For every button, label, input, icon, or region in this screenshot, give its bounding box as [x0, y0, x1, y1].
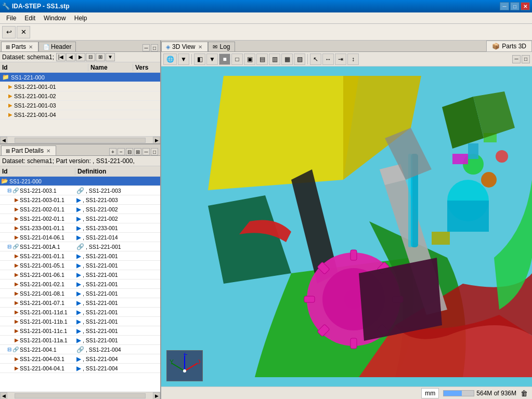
- vt-zoom-btn[interactable]: ⇥: [335, 54, 346, 65]
- svg-rect-12: [304, 296, 315, 302]
- parts3d-button[interactable]: 📦 Parts 3D: [486, 41, 532, 52]
- vt-shade4-btn[interactable]: ▤: [256, 54, 268, 65]
- details-filter-btn[interactable]: ⊟: [126, 148, 133, 155]
- scroll-left-btn[interactable]: ◀: [0, 392, 7, 400]
- detail-row[interactable]: ▶ SS1-221-001-11a.1 ▶ , SS1-221-001: [0, 336, 160, 345]
- menu-window[interactable]: Window: [40, 14, 70, 23]
- details-maximize-btn[interactable]: □: [151, 148, 158, 155]
- vt-shade7-btn[interactable]: ▧: [294, 54, 305, 65]
- detail-row[interactable]: ⊟ 🔗 SS1-221-004.1 🔗 , SS1-221-004: [0, 345, 160, 354]
- detail-row-id: ▶ SS1-221-001-11b.1: [0, 318, 75, 325]
- vt-shade1-btn[interactable]: ■: [219, 54, 230, 65]
- svg-rect-10: [351, 250, 357, 260]
- vt-shade2-btn[interactable]: □: [231, 54, 243, 65]
- scroll-left-btn[interactable]: ◀: [0, 137, 7, 144]
- memory-status: 564M of 936M: [443, 390, 516, 397]
- detail-row[interactable]: ▶ SS1-221-001-02.1 ▶ , SS1-221-001: [0, 280, 160, 289]
- parts-minimize-btn[interactable]: ─: [142, 44, 150, 51]
- detail-row[interactable]: ▶ SS1-221-001-11d.1 ▶ , SS1-221-001: [0, 308, 160, 317]
- tab-parts[interactable]: ⊞ Parts ✕: [1, 42, 38, 51]
- scroll-right-btn[interactable]: ▶: [153, 392, 160, 400]
- parts-row[interactable]: 📁 SS1-221-000: [0, 73, 160, 82]
- 3d-scene-svg: [161, 66, 532, 387]
- detail-row[interactable]: ▶ SS1-221-001-07.1 ▶ , SS1-221-001: [0, 298, 160, 308]
- nav-sort[interactable]: ⊞: [96, 53, 105, 61]
- parts-tab-close[interactable]: ✕: [28, 44, 34, 50]
- expand-icon: ⊟: [7, 244, 11, 249]
- detail-row[interactable]: ▶ SS1-221-001-05.1 ▶ , SS1-221-001: [0, 261, 160, 270]
- menu-file[interactable]: File: [2, 14, 20, 23]
- tab-3d-view[interactable]: ◈ 3D View ✕: [161, 42, 208, 51]
- vt-pan-btn[interactable]: ↕: [347, 54, 359, 65]
- detail-row[interactable]: ▶ SS1-221-002-01.1 ▶ , SS1-221-002: [0, 214, 160, 223]
- maximize-button[interactable]: □: [510, 2, 520, 10]
- detail-row[interactable]: ⊟ 🔗 SS1-221-001A.1 🔗 , SS1-221-001: [0, 242, 160, 251]
- details-scroll-x: ◀ ▶: [0, 392, 160, 399]
- nav-play[interactable]: ▶: [76, 53, 85, 61]
- 3d-view-tab-close[interactable]: ✕: [197, 44, 203, 50]
- details-remove-btn[interactable]: −: [118, 148, 125, 155]
- detail-row[interactable]: ▶ SS1-221-001-06.1 ▶ , SS1-221-001: [0, 270, 160, 280]
- vt-dropdown-btn[interactable]: ▼: [178, 54, 189, 65]
- detail-row[interactable]: ⊟ 🔗 SS1-221-003.1 🔗 , SS1-221-003: [0, 186, 160, 195]
- detail-row[interactable]: ▶ SS1-221-001-08.1 ▶ , SS1-221-001: [0, 289, 160, 298]
- vt-select-btn[interactable]: ↖: [310, 54, 321, 65]
- menu-help[interactable]: Help: [70, 14, 92, 23]
- parts-maximize-btn[interactable]: □: [151, 44, 158, 51]
- details-tab-close[interactable]: ✕: [45, 148, 51, 154]
- details-add-btn[interactable]: +: [109, 148, 116, 155]
- detail-row-def: 🔗 , SS1-221-001: [75, 243, 160, 250]
- view-minimize-btn[interactable]: ─: [512, 55, 521, 63]
- detail-row[interactable]: ▶ SS1-221-003-01.1 ▶ , SS1-221-003: [0, 195, 160, 205]
- detail-row[interactable]: ▶ SS1-221-001-11c.1 ▶ , SS1-221-001: [0, 326, 160, 336]
- view-area-header: ◈ 3D View ✕ ✉ Log 📦 Parts 3D: [161, 41, 532, 52]
- vt-dropdown2-btn[interactable]: ▼: [206, 54, 218, 65]
- vt-cube-btn[interactable]: ◧: [194, 54, 205, 65]
- vt-nav-btn[interactable]: 🌐: [163, 54, 177, 65]
- toolbar-back-button[interactable]: ↩: [2, 26, 16, 38]
- tab-log[interactable]: ✉ Log: [208, 42, 235, 51]
- tri-icon: ▶: [15, 318, 19, 324]
- nav-prev[interactable]: ◀: [66, 53, 75, 61]
- scroll-right-btn[interactable]: ▶: [153, 137, 160, 144]
- trash-button[interactable]: 🗑: [521, 389, 528, 397]
- parts-row-id: 📁 SS1-221-000: [0, 74, 88, 81]
- tab-part-details[interactable]: ⊞ Part Details ✕: [1, 145, 56, 155]
- close-button[interactable]: ✕: [521, 2, 530, 10]
- nav-filter[interactable]: ⊟: [86, 53, 95, 61]
- detail-row-id: ▶ SS1-221-001-05.1: [0, 262, 75, 269]
- vt-shade3-btn[interactable]: ▣: [244, 54, 255, 65]
- minimize-button[interactable]: ─: [500, 2, 509, 10]
- menu-edit[interactable]: Edit: [20, 14, 40, 23]
- parts-row[interactable]: ▶ SS1-221-001-04: [0, 110, 160, 119]
- detail-row-id: ▶ SS1-221-004-03.1: [0, 356, 75, 362]
- toolbar-close-button[interactable]: ✕: [17, 26, 30, 38]
- 3d-view-area[interactable]: X Y Z: [161, 66, 532, 387]
- detail-row[interactable]: ▶ SS1-221-001-01.1 ▶ , SS1-221-001: [0, 251, 160, 261]
- svg-point-25: [496, 150, 508, 163]
- details-minimize-btn[interactable]: ─: [142, 148, 150, 155]
- vt-sep2: [307, 54, 308, 64]
- detail-row[interactable]: 📂 SS1-221-000: [0, 177, 160, 186]
- view-maximize-btn[interactable]: □: [522, 55, 530, 63]
- detail-row-def: ▶ , SS1-221-003: [75, 196, 160, 204]
- nav-settings[interactable]: ▼: [106, 53, 115, 61]
- vt-shade6-btn[interactable]: ▦: [281, 54, 293, 65]
- detail-row[interactable]: ▶ SS1-221-001-11b.1 ▶ , SS1-221-001: [0, 317, 160, 326]
- detail-row[interactable]: ▶ SS1-233-001-01.1 ▶ , SS1-233-001: [0, 223, 160, 233]
- details-panel-controls: + − ⊟ ⊞ ─ □: [108, 148, 159, 155]
- memory-label: 564M of 936M: [476, 390, 516, 397]
- details-sort-btn[interactable]: ⊞: [134, 148, 141, 155]
- detail-row[interactable]: ▶ SS1-221-014-06.1 ▶ , SS1-221-014: [0, 233, 160, 242]
- parts-row[interactable]: ▶ SS1-221-001-01: [0, 82, 160, 91]
- vt-orbit-btn[interactable]: ↔: [322, 54, 334, 65]
- nav-first[interactable]: |◀: [56, 53, 66, 61]
- detail-row[interactable]: ▶ SS1-221-004-04.1 ▶ , SS1-221-004: [0, 364, 160, 373]
- tab-header[interactable]: 📄 Header: [38, 42, 76, 51]
- detail-row[interactable]: ▶ SS1-221-002-01.1 ▶ , SS1-221-002: [0, 205, 160, 214]
- vt-shade5-btn[interactable]: ▥: [269, 54, 280, 65]
- parts-row[interactable]: ▶ SS1-221-001-02: [0, 91, 160, 101]
- def-link-icon: ▶: [76, 281, 81, 288]
- parts-row[interactable]: ▶ SS1-221-001-03: [0, 101, 160, 110]
- detail-row[interactable]: ▶ SS1-221-004-03.1 ▶ , SS1-221-004: [0, 354, 160, 364]
